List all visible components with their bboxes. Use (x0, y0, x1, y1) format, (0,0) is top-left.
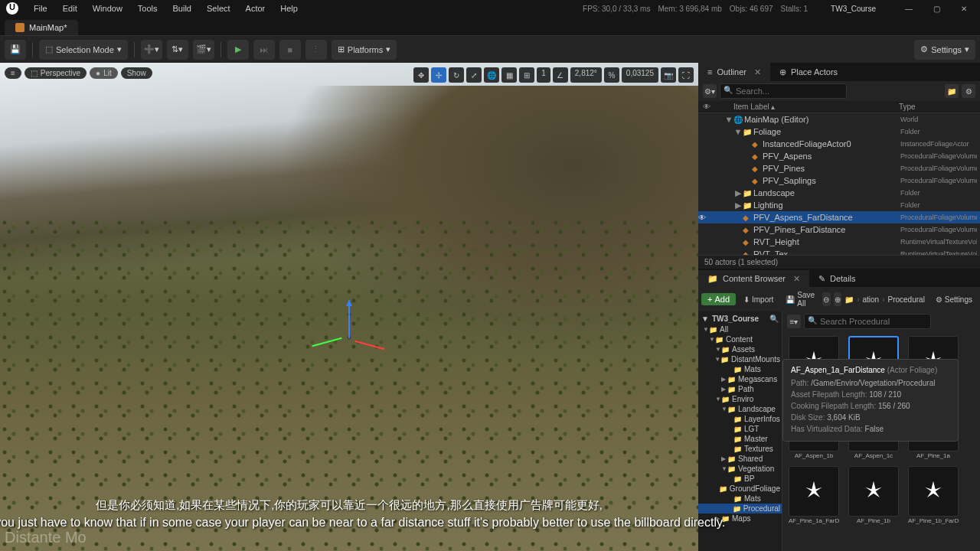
place-actors-tab[interactable]: ⊕ Place Actors (770, 63, 847, 81)
source-tree-item[interactable]: 📁Mats (698, 364, 782, 374)
translate-tool-icon[interactable]: ✢ (431, 67, 446, 83)
scale-tool-icon[interactable]: ⤢ (466, 67, 482, 83)
outliner-row[interactable]: ◆PFV_Pines_FarDistanceProceduralFoliageV… (698, 223, 980, 236)
outliner-row[interactable]: ▼📁FoliageFolder (698, 126, 980, 138)
source-tree-item[interactable]: ▼📁Assets (698, 344, 782, 354)
close-icon[interactable]: ✕ (754, 67, 761, 77)
source-tree-item[interactable]: 📁Mats (698, 494, 782, 504)
outliner-row[interactable]: ▶📁LightingFolder (698, 199, 980, 211)
grid-snap-icon[interactable]: ⊞ (519, 67, 534, 83)
viewport-menu[interactable]: ≡ (5, 67, 21, 79)
filter-icon[interactable]: ⚙▾ (703, 84, 717, 98)
play-button[interactable]: ▶ (227, 40, 249, 60)
viewport-lit[interactable]: ● Lit (90, 67, 118, 79)
source-tree-header[interactable]: ▼ TW3_Course🔍 (698, 313, 782, 324)
menu-window[interactable]: Window (85, 2, 130, 15)
add-folder-icon[interactable]: 📁 (945, 84, 959, 98)
save-button[interactable]: 💾 (5, 40, 26, 60)
minimize-icon[interactable]: — (899, 2, 919, 15)
menu-file[interactable]: File (26, 2, 55, 15)
source-tree-item[interactable]: ▼📁Enviro (698, 394, 782, 404)
eject-button[interactable]: ⋮ (305, 40, 327, 60)
menu-actor[interactable]: Actor (238, 2, 273, 15)
import-button[interactable]: ⬇ Import (739, 294, 778, 305)
stats-objs: Objs: 46 697 (730, 5, 773, 13)
cinematics-button[interactable]: 🎬▾ (193, 40, 214, 60)
breadcrumb-item[interactable]: ation (862, 295, 879, 304)
source-tree-item[interactable]: 📁Master (698, 434, 782, 444)
folder-icon[interactable]: 📁 (844, 295, 854, 304)
source-tree-item[interactable]: ▼📁Vegetation (698, 464, 782, 474)
outliner-row[interactable]: ◆PFV_SaplingsProceduralFoliageVolume (698, 174, 980, 187)
menu-build[interactable]: Build (165, 2, 199, 15)
map-tab[interactable]: MainMap* (5, 20, 78, 35)
maximize-viewport-icon[interactable]: ⛶ (678, 67, 694, 83)
filter-icon[interactable]: ≡▾ (787, 315, 801, 328)
outliner-tab[interactable]: ≡ Outliner✕ (698, 63, 770, 81)
camera-speed-icon[interactable]: 📷 (661, 67, 676, 83)
outliner-row[interactable]: ◆PFV_PinesProceduralFoliageVolume (698, 162, 980, 174)
menu-select[interactable]: Select (199, 2, 238, 15)
viewport-perspective[interactable]: ⬚ Perspective (24, 67, 87, 79)
menu-edit[interactable]: Edit (55, 2, 85, 15)
source-tree-item[interactable]: ▶📁Path (698, 384, 782, 394)
settings-icon[interactable]: ⚙ (962, 84, 975, 98)
scale-snap-icon[interactable]: % (604, 67, 619, 83)
close-icon[interactable]: ✕ (793, 274, 800, 284)
source-tree-item[interactable]: 📁Procedural (698, 504, 782, 514)
save-all-button[interactable]: 💾 Save All (781, 289, 819, 309)
angle-snap-icon[interactable]: ∠ (553, 67, 568, 83)
outliner-row[interactable]: ◆RVT_HeightRuntimeVirtualTextureVolume (698, 236, 980, 248)
source-tree-item[interactable]: 📁Textures (698, 444, 782, 454)
platforms-button[interactable]: ⊞Platforms▾ (332, 40, 397, 60)
source-tree-item[interactable]: ▼📁Content (698, 334, 782, 344)
content-search-input[interactable] (804, 314, 931, 329)
stop-button[interactable]: ■ (279, 40, 301, 60)
scale-snap-value[interactable]: 0,03125 (622, 67, 658, 83)
viewport-show[interactable]: Show (121, 67, 152, 79)
source-tree-item[interactable]: 📁BP (698, 474, 782, 484)
source-tree-item[interactable]: ▶📁Megascans (698, 374, 782, 384)
asset-item[interactable]: AF_Pine_1b_FarDistance (906, 466, 960, 525)
outliner-row[interactable]: 👁◆PFV_Aspens_FarDistanceProceduralFoliag… (698, 211, 980, 223)
surface-snap-icon[interactable]: ▦ (501, 67, 517, 83)
outliner-row[interactable]: ▼🌐MainMap (Editor)World (698, 113, 980, 126)
maximize-icon[interactable]: ▢ (926, 2, 946, 15)
breadcrumb-item[interactable]: Procedural (888, 295, 925, 304)
cb-settings-button[interactable]: ⚙ Settings (931, 294, 977, 305)
rotate-tool-icon[interactable]: ↻ (449, 67, 464, 83)
grid-snap-value[interactable]: 1 (537, 67, 550, 83)
add-button[interactable]: + Add (701, 293, 736, 305)
asset-item[interactable]: AF_Pine_1b (847, 466, 900, 525)
outliner-row[interactable]: ◆PFV_AspensProceduralFoliageVolume (698, 150, 980, 162)
source-tree-item[interactable]: ▶📁Shared (698, 454, 782, 464)
mode-selector[interactable]: ⬚Selection Mode▾ (39, 40, 128, 60)
outliner-search-input[interactable] (720, 83, 847, 99)
world-local-icon[interactable]: 🌐 (484, 67, 499, 83)
asset-item[interactable]: AF_Pine_1a_FarDistance (787, 466, 841, 525)
outliner-row[interactable]: ▶📁LandscapeFolder (698, 187, 980, 199)
source-tree-item[interactable]: 📁LayerInfos (698, 414, 782, 424)
history-fwd-icon[interactable]: ⊕ (834, 292, 841, 306)
content-browser-tab[interactable]: 📁 Content Browser✕ (698, 270, 809, 287)
add-content-button[interactable]: ➕▾ (141, 40, 162, 60)
menu-help[interactable]: Help (273, 2, 305, 15)
select-tool-icon[interactable]: ✥ (413, 67, 429, 83)
source-tree-item[interactable]: ▼📁Landscape (698, 404, 782, 414)
viewport[interactable]: ≡ ⬚ Perspective ● Lit Show ✥ ✢ ↻ ⤢ 🌐 ▦ ⊞… (0, 63, 698, 551)
details-tab[interactable]: ✎ Details (809, 270, 865, 287)
source-tree-item[interactable]: ▼📁All (698, 324, 782, 334)
source-tree-item[interactable]: ▼📁DistantMounts (698, 354, 782, 364)
source-tree-item[interactable]: 📁LGT (698, 424, 782, 434)
subtitle-english: But you just have to know that if in som… (0, 516, 725, 530)
outliner-row[interactable]: ◆RVT_TexRuntimeVirtualTextureVolume (698, 248, 980, 255)
settings-button[interactable]: ⚙Settings▾ (914, 40, 975, 60)
outliner-row[interactable]: ◆InstancedFoliageActor0InstancedFoliageA… (698, 138, 980, 150)
history-back-icon[interactable]: ⊖ (822, 292, 830, 306)
menu-tools[interactable]: Tools (130, 2, 165, 15)
skip-button[interactable]: ⏭ (253, 40, 275, 60)
angle-snap-value[interactable]: 2,812° (570, 67, 602, 83)
close-icon[interactable]: ✕ (954, 2, 974, 15)
marketplace-button[interactable]: ⇅▾ (167, 40, 188, 60)
source-tree-item[interactable]: 📁GroundFoliage (698, 484, 782, 494)
